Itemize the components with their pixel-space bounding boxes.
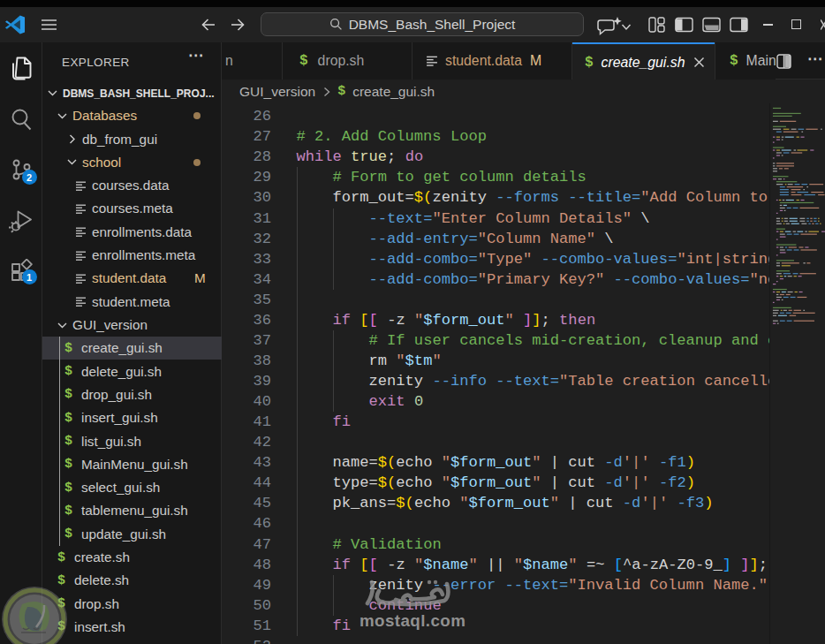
svg-text:mostaql.com: mostaql.com <box>360 611 465 630</box>
